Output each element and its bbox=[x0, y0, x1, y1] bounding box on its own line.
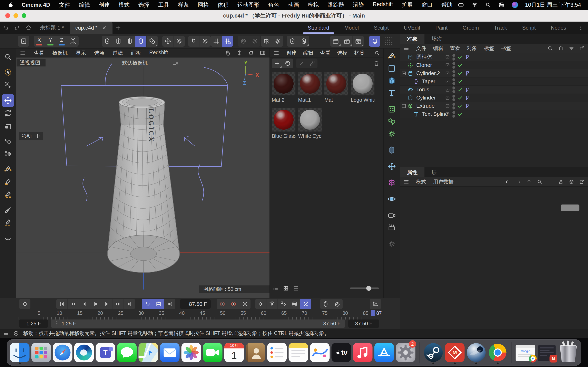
dock-music-icon[interactable] bbox=[353, 341, 373, 364]
attribute-hamburger-icon[interactable] bbox=[403, 179, 409, 185]
phong-tag-icon[interactable] bbox=[465, 95, 471, 101]
symmetry-generator-button[interactable] bbox=[386, 176, 398, 189]
material-ball-button[interactable] bbox=[282, 58, 293, 68]
material-item[interactable]: Mat.2 bbox=[272, 72, 295, 103]
goto-start-button[interactable] bbox=[56, 299, 68, 309]
enabled-check-icon[interactable] bbox=[457, 87, 463, 92]
key-position-button[interactable] bbox=[255, 299, 267, 309]
object-row[interactable]: Taper bbox=[400, 77, 588, 86]
lock-z-button[interactable]: Z bbox=[56, 36, 67, 47]
material-column-view-icon[interactable] bbox=[293, 285, 299, 291]
attr-back-icon[interactable] bbox=[505, 179, 511, 185]
menubar-item[interactable]: Redshift bbox=[373, 1, 393, 8]
sketch-spline-button[interactable] bbox=[2, 176, 14, 188]
viewport-menu-item[interactable]: 过滤 bbox=[112, 50, 123, 56]
coordinate-system-button[interactable] bbox=[67, 36, 79, 47]
layout-tab-standard[interactable]: Standard bbox=[300, 22, 337, 34]
dock-teams-icon[interactable]: T bbox=[96, 341, 115, 364]
polygons-mode-button[interactable] bbox=[124, 36, 135, 47]
object-home-icon[interactable] bbox=[558, 45, 564, 51]
visibility-dots[interactable] bbox=[452, 62, 455, 69]
visibility-dots[interactable] bbox=[452, 103, 455, 109]
layout-tab-track[interactable]: Track bbox=[486, 22, 515, 34]
dock-facetime-icon[interactable] bbox=[203, 341, 223, 364]
dock-steam-icon[interactable] bbox=[424, 341, 443, 364]
lock-x-button[interactable]: X bbox=[34, 36, 45, 47]
phong-tag-icon[interactable] bbox=[465, 54, 471, 60]
wifi-icon[interactable] bbox=[471, 2, 478, 8]
material-item[interactable]: Logo White bbox=[351, 72, 374, 103]
object-row[interactable]: Cylinder.2 bbox=[400, 69, 588, 77]
editor-toggle-icon[interactable] bbox=[445, 54, 450, 60]
effector-button[interactable] bbox=[386, 128, 398, 140]
sky-button[interactable] bbox=[386, 193, 398, 205]
attr-lock-icon[interactable] bbox=[558, 179, 564, 185]
dock-mweb-window-icon[interactable]: M bbox=[537, 341, 557, 364]
layout-tab-nodes[interactable]: Nodes bbox=[543, 22, 574, 34]
viewport-pan-button[interactable] bbox=[225, 50, 231, 56]
spline-primitive-button[interactable] bbox=[386, 62, 398, 75]
dock-contacts-icon[interactable] bbox=[246, 341, 265, 364]
viewport-menu-item[interactable]: 摄像机 bbox=[52, 50, 68, 56]
viewport-menu-item[interactable]: Redshift bbox=[149, 50, 168, 56]
attr-popout-icon[interactable] bbox=[579, 179, 585, 185]
object-menu-item[interactable]: 文件 bbox=[416, 45, 426, 52]
workplane-button[interactable] bbox=[287, 36, 298, 47]
mograph-cloner-button[interactable] bbox=[386, 103, 398, 115]
spline-smooth-button[interactable] bbox=[2, 232, 14, 245]
material-item[interactable]: Mat bbox=[324, 72, 348, 103]
material-thumbnail[interactable] bbox=[324, 72, 348, 95]
next-key-button[interactable] bbox=[112, 299, 124, 309]
material-override-button[interactable] bbox=[386, 238, 398, 250]
material-thumbnail[interactable] bbox=[272, 72, 295, 95]
camera-button[interactable] bbox=[386, 209, 398, 221]
dock-safari-icon[interactable] bbox=[53, 341, 72, 364]
sound-button[interactable] bbox=[164, 299, 175, 309]
object-name[interactable]: Taper bbox=[422, 78, 435, 85]
field-button[interactable] bbox=[386, 160, 398, 173]
render-view-button[interactable] bbox=[330, 36, 341, 47]
axis-modify-button[interactable] bbox=[2, 148, 14, 160]
layout-tab-sculpt[interactable]: Sculpt bbox=[366, 22, 396, 34]
range-start-field[interactable]: 1.25 F bbox=[19, 319, 48, 328]
visibility-dots[interactable] bbox=[452, 111, 455, 118]
material-size-slider[interactable] bbox=[350, 287, 379, 289]
material-item[interactable]: White Cyc bbox=[298, 108, 322, 139]
phong-tag-icon[interactable] bbox=[465, 103, 471, 109]
menubar-item[interactable]: 网格 bbox=[198, 1, 209, 8]
model-mode-button[interactable] bbox=[135, 36, 147, 47]
object-name[interactable]: Torus bbox=[416, 86, 429, 93]
material-list-view-icon[interactable] bbox=[273, 285, 279, 291]
layout-tab-groom[interactable]: Groom bbox=[455, 22, 486, 34]
menubar-item[interactable]: 渲染 bbox=[353, 1, 364, 8]
viewport-orbit-button[interactable] bbox=[248, 50, 254, 56]
dock-mail-icon[interactable] bbox=[160, 341, 180, 364]
dock-finder-icon[interactable] bbox=[10, 341, 30, 364]
object-row[interactable]: 圆柱体 bbox=[400, 53, 588, 61]
spotlight-icon[interactable] bbox=[485, 2, 492, 8]
transform-tool-button[interactable] bbox=[2, 135, 14, 148]
current-frame-field[interactable]: 87.50 F bbox=[180, 299, 211, 309]
snap-settings-button[interactable] bbox=[199, 36, 211, 47]
loop-mode-button[interactable] bbox=[142, 299, 153, 309]
visibility-dots[interactable] bbox=[452, 86, 455, 93]
timeline-playhead[interactable] bbox=[371, 310, 375, 316]
lock-y-button[interactable]: Y bbox=[45, 36, 56, 47]
layout-panel-button[interactable] bbox=[18, 36, 29, 47]
timeline-ruler[interactable]: 87 510152025303540455055606570758085 bbox=[0, 310, 400, 317]
menubar-item[interactable]: 选择 bbox=[138, 1, 149, 8]
render-settings-button[interactable] bbox=[353, 36, 364, 47]
attr-filter-icon[interactable] bbox=[547, 179, 553, 185]
enable-axis-button[interactable] bbox=[162, 36, 173, 47]
key-rotation-button[interactable] bbox=[267, 299, 278, 309]
expand-toggle-icon[interactable] bbox=[401, 71, 406, 76]
material-search-icon[interactable] bbox=[374, 50, 380, 56]
mograph-fracture-button[interactable] bbox=[386, 115, 398, 128]
key-parameter-button[interactable] bbox=[289, 299, 300, 309]
text-primitive-button[interactable] bbox=[386, 87, 398, 99]
play-range-button[interactable] bbox=[153, 299, 164, 309]
camera-label[interactable]: 默认摄像机 bbox=[122, 59, 148, 66]
material-thumbnail[interactable] bbox=[298, 108, 322, 132]
menubar-item[interactable]: 体积 bbox=[218, 1, 229, 8]
autokey-button[interactable] bbox=[228, 299, 239, 309]
